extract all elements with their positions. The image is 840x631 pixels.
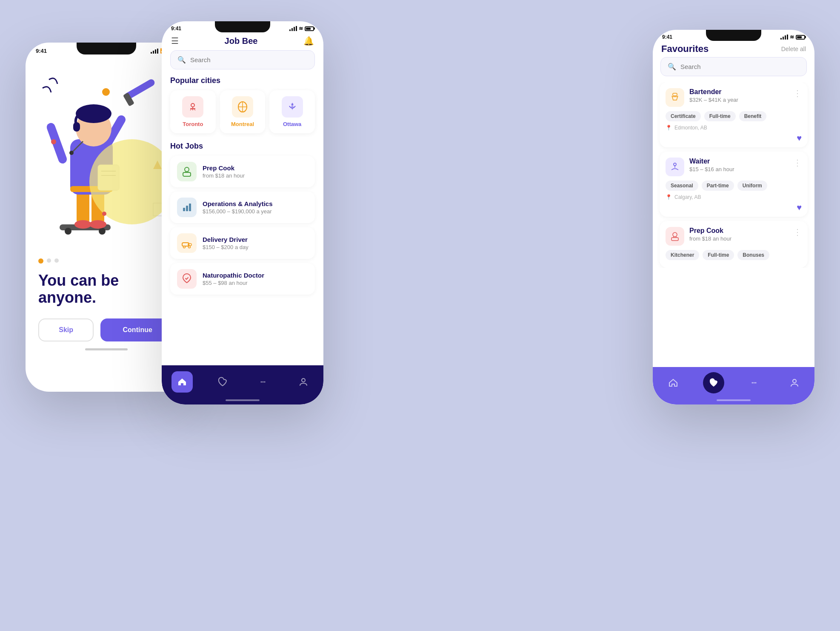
fav-more-2[interactable]: ⋮ bbox=[793, 227, 802, 237]
fav-card-2[interactable]: Prep Cook from $18 an hour ⋮ Kitchener F… bbox=[660, 221, 808, 268]
search-input-right[interactable] bbox=[680, 63, 800, 70]
city-name-toronto: Toronto bbox=[183, 121, 203, 127]
job-icon-1 bbox=[177, 198, 197, 217]
menu-icon[interactable]: ☰ bbox=[171, 36, 179, 46]
search-icon-mid: 🔍 bbox=[177, 56, 186, 64]
right-nav-home[interactable] bbox=[663, 372, 684, 393]
location-icon-0: 📍 bbox=[666, 125, 672, 131]
fav-icon-1 bbox=[666, 158, 684, 176]
fav-info-2: Prep Cook from $18 an hour bbox=[689, 227, 788, 242]
mid-header: ☰ Job Bee 🔔 bbox=[162, 32, 323, 50]
fav-card-0[interactable]: Bartender $32K – $41K a year ⋮ Certifica… bbox=[660, 82, 808, 147]
svg-point-50 bbox=[673, 232, 677, 237]
job-item-0[interactable]: Prep Cook from $18 an hour bbox=[170, 156, 315, 187]
svg-point-2 bbox=[99, 228, 106, 235]
fav-heart-0[interactable]: ♥ bbox=[666, 133, 802, 143]
popular-cities-title: Popular cities bbox=[162, 76, 323, 90]
fav-pay-0: $32K – $41K a year bbox=[689, 97, 788, 103]
fav-icon-0 bbox=[666, 88, 684, 107]
signal-left bbox=[151, 49, 158, 54]
svg-point-41 bbox=[189, 246, 191, 248]
job-item-1[interactable]: Operations & Analytics $156,000 – $190,0… bbox=[170, 192, 315, 223]
phone-mid: 9:41 ≋ ☰ Job Bee 🔔 🔍 Popular cities bbox=[162, 21, 323, 404]
svg-point-44 bbox=[264, 381, 265, 383]
dot-2 bbox=[47, 258, 51, 263]
svg-point-45 bbox=[302, 379, 305, 382]
battery-mid bbox=[305, 26, 314, 31]
city-icon-ottawa bbox=[282, 96, 303, 118]
svg-point-6 bbox=[89, 220, 106, 229]
job-info-2: Delivery Driver $150 – $200 a day bbox=[203, 236, 308, 250]
signal-right bbox=[780, 34, 788, 40]
city-card-toronto[interactable]: Toronto bbox=[170, 90, 216, 133]
job-item-3[interactable]: Naturopathic Doctor $55 – $98 an hour bbox=[170, 263, 315, 295]
svg-point-31 bbox=[185, 167, 189, 172]
svg-point-54 bbox=[751, 382, 753, 384]
dot-3 bbox=[54, 258, 59, 263]
city-card-ottawa[interactable]: Ottawa bbox=[269, 90, 315, 133]
search-icon-right: 🔍 bbox=[668, 63, 676, 71]
fav-location-1: 📍 Calgary, AB bbox=[666, 194, 802, 200]
svg-point-1 bbox=[65, 228, 71, 235]
job-icon-3 bbox=[177, 269, 197, 289]
delete-all-button[interactable]: Delete all bbox=[781, 46, 806, 52]
svg-point-56 bbox=[755, 382, 756, 384]
svg-rect-15 bbox=[73, 122, 80, 132]
bell-icon[interactable]: 🔔 bbox=[303, 36, 314, 46]
job-icon-0 bbox=[177, 162, 197, 181]
nav-favorites[interactable] bbox=[212, 371, 233, 393]
dot-orange bbox=[102, 88, 110, 96]
job-icon-2 bbox=[177, 233, 197, 253]
fav-tag-1-1: Part-time bbox=[702, 181, 734, 191]
fav-pay-2: from $18 an hour bbox=[689, 235, 788, 242]
mid-nav bbox=[162, 365, 323, 404]
city-card-montreal[interactable]: Montreal bbox=[220, 90, 266, 133]
battery-right bbox=[796, 35, 805, 40]
job-item-2[interactable]: Delivery Driver $150 – $200 a day bbox=[170, 227, 315, 259]
location-icon-1: 📍 bbox=[666, 194, 672, 200]
city-icon-toronto bbox=[182, 96, 203, 118]
fav-info-0: Bartender $32K – $41K a year bbox=[689, 88, 788, 103]
time-mid: 9:41 bbox=[171, 26, 181, 32]
fav-tags-1: Seasonal Part-time Uniform bbox=[666, 181, 802, 191]
svg-rect-46 bbox=[673, 93, 677, 96]
signal-mid bbox=[289, 26, 297, 31]
svg-point-48 bbox=[674, 163, 676, 166]
cities-row: Toronto Montreal Ottawa bbox=[162, 90, 323, 142]
job-pay-0: from $18 an hour bbox=[203, 172, 308, 179]
right-nav-favorites[interactable] bbox=[703, 372, 724, 393]
right-header: Favourites Delete all bbox=[653, 40, 814, 57]
svg-rect-35 bbox=[183, 208, 185, 211]
search-bar-right[interactable]: 🔍 bbox=[660, 57, 807, 76]
fav-more-1[interactable]: ⋮ bbox=[793, 158, 802, 168]
home-indicator-right bbox=[717, 399, 751, 401]
home-indicator-mid bbox=[226, 399, 260, 401]
fav-card-1[interactable]: Waiter $15 – $16 an hour ⋮ Seasonal Part… bbox=[660, 152, 808, 217]
tagline: You can be anyone. bbox=[38, 272, 174, 306]
favourites-title: Favourites bbox=[661, 43, 709, 54]
search-input-mid[interactable] bbox=[190, 56, 308, 63]
svg-point-23 bbox=[191, 103, 194, 107]
nav-messages[interactable] bbox=[252, 371, 274, 393]
right-nav-messages[interactable] bbox=[743, 372, 765, 393]
search-bar-mid[interactable]: 🔍 bbox=[170, 50, 315, 69]
fav-heart-1[interactable]: ♥ bbox=[666, 203, 802, 212]
nav-home[interactable] bbox=[171, 371, 193, 393]
job-title-3: Naturopathic Doctor bbox=[203, 272, 308, 279]
fav-card-top-1: Waiter $15 – $16 an hour ⋮ bbox=[666, 158, 802, 176]
svg-rect-9 bbox=[46, 122, 68, 165]
fav-tag-0-0: Certificate bbox=[666, 111, 701, 121]
skip-button[interactable]: Skip bbox=[38, 318, 94, 341]
notch-right bbox=[706, 30, 761, 41]
fav-tags-2: Kitchener Full-time Bonuses bbox=[666, 250, 802, 260]
svg-point-42 bbox=[260, 381, 262, 383]
nav-profile[interactable] bbox=[293, 371, 314, 393]
fav-tags-0: Certificate Full-time Benefit bbox=[666, 111, 802, 121]
svg-point-40 bbox=[183, 246, 186, 248]
svg-point-5 bbox=[74, 220, 91, 229]
home-indicator-left bbox=[85, 348, 128, 350]
status-icons-mid: ≋ bbox=[289, 26, 314, 32]
right-nav-profile[interactable] bbox=[784, 372, 805, 393]
fav-more-0[interactable]: ⋮ bbox=[793, 88, 802, 98]
app-title: Job Bee bbox=[225, 36, 258, 46]
